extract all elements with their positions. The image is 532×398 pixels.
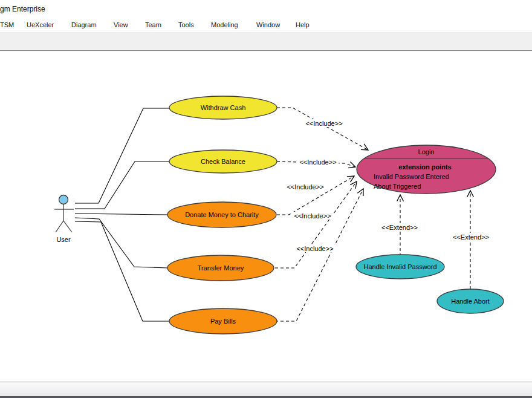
include-edge-transfer-money[interactable] <box>275 181 357 268</box>
include-label: <<Include>> <box>287 183 323 191</box>
menu-view[interactable]: View <box>114 21 128 28</box>
extend-label: <<Extend>> <box>453 233 489 241</box>
extension-point-item: About Triggered <box>374 183 421 190</box>
actor-label: User <box>56 236 71 243</box>
actor-user[interactable]: User <box>54 195 74 244</box>
window-title: gm Enterprise <box>0 5 45 13</box>
menu-team[interactable]: Team <box>145 21 161 28</box>
menu-diagram[interactable]: Diagram <box>71 21 97 28</box>
include-edge-pay-bills[interactable] <box>275 189 363 321</box>
use-case-pay-bills[interactable]: Pay Bills <box>169 308 277 334</box>
menu-tools[interactable]: Tools <box>178 21 194 28</box>
use-case-label: Transfer Money <box>198 264 244 272</box>
use-case-handle-abort[interactable]: Handle Abort <box>437 289 504 313</box>
include-label: <<Include>> <box>299 158 336 166</box>
include-label: <<Include>> <box>294 212 331 220</box>
extend-label: <<Extend>> <box>381 224 418 231</box>
toolbar <box>0 32 532 51</box>
use-case-check-balance[interactable]: Check Balance <box>169 150 277 173</box>
application-window: gm Enterprise TSM UeXceler Diagram View … <box>0 0 532 398</box>
use-case-label: Handle Abort <box>451 298 490 305</box>
actor-head-icon <box>59 195 68 204</box>
title-bar: gm Enterprise <box>0 0 532 18</box>
menu-window[interactable]: Window <box>256 21 280 28</box>
use-case-label: Login <box>418 148 435 155</box>
include-edge-donate-money[interactable] <box>277 176 354 215</box>
include-label: <<Include>> <box>296 245 333 252</box>
extension-points-header: extension points <box>398 163 451 171</box>
menu-uexceler[interactable]: UeXceler <box>27 21 54 28</box>
use-case-handle-invalid-password[interactable]: Handle Invalid Password <box>356 255 444 279</box>
association-user-withdraw-cash[interactable] <box>75 108 169 203</box>
actor-leg-left <box>56 221 63 232</box>
use-case-label: Withdraw Cash <box>201 104 246 111</box>
association-user-donate-money[interactable] <box>75 214 167 215</box>
menu-bar: TSM UeXceler Diagram View Team Tools Mod… <box>0 18 532 32</box>
status-bar <box>0 382 532 398</box>
use-case-withdraw-cash[interactable]: Withdraw Cash <box>169 96 277 119</box>
menu-tsm[interactable]: TSM <box>0 21 14 28</box>
use-case-label: Handle Invalid Password <box>363 263 436 270</box>
use-case-label: Check Balance <box>201 158 245 165</box>
use-case-login[interactable]: Login extension points Invalid Password … <box>357 145 496 194</box>
use-case-transfer-money[interactable]: Transfer Money <box>167 255 274 281</box>
association-user-check-balance[interactable] <box>75 161 169 209</box>
association-user-transfer-money[interactable] <box>75 218 167 268</box>
menu-help[interactable]: Help <box>296 21 310 28</box>
menu-modeling[interactable]: Modeling <box>211 21 238 28</box>
association-lines <box>75 108 169 321</box>
include-label: <<Include>> <box>305 120 342 127</box>
include-edge-withdraw-cash[interactable] <box>277 108 368 150</box>
use-case-donate-money[interactable]: Donate Money to Charity <box>167 202 276 227</box>
association-user-pay-bills[interactable] <box>75 221 169 321</box>
diagram-canvas[interactable]: User Withdraw Cash Check Balance Donate … <box>0 51 532 382</box>
use-case-label: Pay Bills <box>210 318 236 325</box>
extension-point-item: Invalid Password Entered <box>374 173 449 180</box>
use-case-diagram: User Withdraw Cash Check Balance Donate … <box>0 51 532 382</box>
use-case-label: Donate Money to Charity <box>185 211 259 218</box>
actor-leg-right <box>63 221 72 232</box>
